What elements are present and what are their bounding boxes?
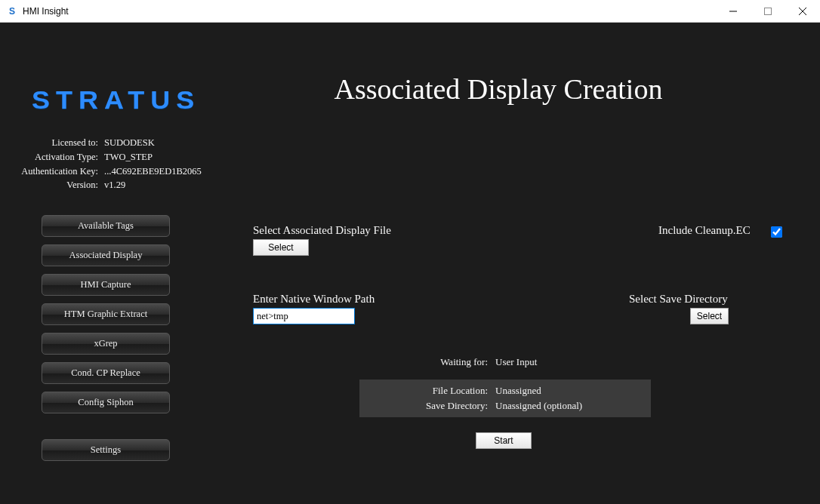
select-display-file-button[interactable]: Select: [253, 239, 309, 256]
native-window-path-input[interactable]: [253, 308, 355, 324]
license-info: Licensed to: SUDODESK Activation Type: T…: [21, 136, 210, 192]
license-label: Activation Type:: [21, 150, 104, 164]
sidebar-item-cond-cp-replace[interactable]: Cond. CP Replace: [42, 362, 170, 384]
waiting-row: Waiting for: User Input: [359, 356, 651, 368]
start-button[interactable]: Start: [476, 432, 532, 449]
license-value: v1.29: [104, 178, 125, 192]
sidebar-item-settings[interactable]: Settings: [42, 439, 170, 461]
native-window-path-label: Enter Native Window Path: [253, 293, 375, 306]
status-box: File Location: Unassigned Save Directory…: [359, 380, 651, 417]
license-row: Authentication Key: ...4C692EBE9ED1B2065: [21, 164, 210, 179]
waiting-value: User Input: [495, 356, 537, 368]
license-row: Version: v1.29: [21, 178, 210, 192]
sidebar-item-config-siphon[interactable]: Config Siphon: [42, 392, 170, 413]
titlebar: S HMI Insight: [0, 0, 820, 23]
license-label: Version:: [21, 178, 104, 192]
maximize-button[interactable]: [751, 0, 785, 23]
window-controls: [716, 0, 820, 23]
select-display-file-label: Select Associated Display File: [253, 224, 391, 237]
license-row: Licensed to: SUDODESK: [21, 136, 210, 150]
sidebar-item-associated-display[interactable]: Associated Display: [42, 244, 170, 266]
include-cleanup-label: Include Cleanup.EC: [658, 224, 751, 237]
sidebar-item-xgrep[interactable]: xGrep: [42, 333, 170, 355]
page-title: Associated Display Creation: [234, 72, 763, 106]
include-cleanup-checkbox[interactable]: [771, 226, 782, 238]
select-save-directory-button[interactable]: Select: [690, 308, 729, 324]
license-row: Activation Type: TWO_STEP: [21, 150, 210, 164]
status-value: Unassigned: [495, 383, 541, 398]
app-icon: S: [6, 5, 18, 17]
sidebar: Available Tags Associated Display HMI Ca…: [42, 215, 170, 469]
save-directory-label: Select Save Directory: [629, 293, 728, 306]
waiting-label: Waiting for:: [359, 356, 495, 368]
status-row: Save Directory: Unassigned (optional): [359, 398, 651, 413]
minimize-button[interactable]: [716, 0, 751, 23]
svg-rect-1: [765, 8, 772, 15]
app-body: STRATUS Licensed to: SUDODESK Activation…: [0, 23, 820, 504]
sidebar-item-hmi-capture[interactable]: HMI Capture: [42, 274, 170, 296]
close-button[interactable]: [785, 0, 820, 23]
license-value: SUDODESK: [104, 136, 155, 150]
license-value: TWO_STEP: [104, 150, 153, 164]
license-label: Licensed to:: [21, 136, 104, 150]
status-value: Unassigned (optional): [495, 398, 582, 413]
brand-logo: STRATUS: [32, 86, 200, 115]
license-value: ...4C692EBE9ED1B2065: [104, 164, 202, 179]
status-label: Save Directory:: [359, 398, 495, 413]
sidebar-item-htm-graphic-extract[interactable]: HTM Graphic Extract: [42, 303, 170, 325]
status-row: File Location: Unassigned: [359, 383, 651, 398]
status-label: File Location:: [359, 383, 495, 398]
window-title: HMI Insight: [23, 6, 69, 17]
sidebar-item-available-tags[interactable]: Available Tags: [42, 215, 170, 237]
license-label: Authentication Key:: [21, 164, 104, 179]
